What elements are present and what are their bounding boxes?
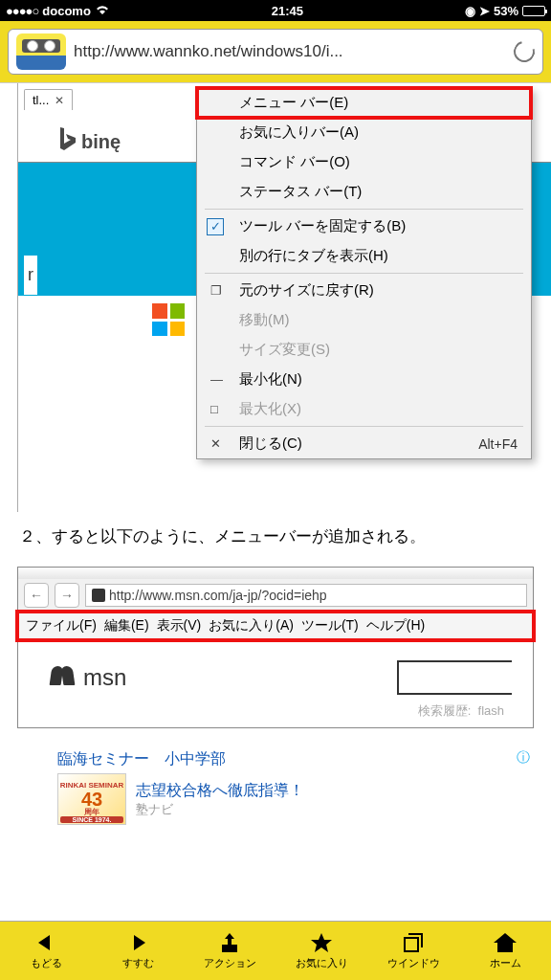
msn-body: msn	[18, 639, 533, 701]
url-bar[interactable]: http://www.wannko.net/windows10/i...	[8, 29, 543, 75]
menu-item-move: 移動(M)	[197, 305, 531, 335]
search-history-hint: 検索履歴: flash	[18, 701, 533, 727]
close-icon: ✕	[210, 436, 221, 451]
toolbar-home[interactable]: ホーム	[459, 922, 551, 980]
wifi-icon	[95, 4, 110, 18]
menu-separator	[205, 273, 523, 274]
tab-label: tl...	[33, 93, 49, 107]
menu-item-cmdbar[interactable]: コマンド バー(O)	[197, 147, 531, 177]
check-icon: ✓	[207, 218, 224, 235]
toolbar-favorites[interactable]: お気に入り	[276, 922, 367, 980]
ad-info-icon[interactable]: ⓘ	[517, 749, 530, 767]
signal-dots: ●●●●○	[6, 4, 38, 18]
carrier-label: docomo	[42, 4, 91, 18]
screenshot-context-menu: tl... ✕ binę r メニュー バー(E) お気に入りバー(A) コマン…	[17, 83, 551, 512]
menu-item-tabsrow[interactable]: 別の行にタブを表示(H)	[197, 241, 531, 271]
back-arrow-icon	[33, 931, 59, 954]
menu-edit[interactable]: 編集(E)	[104, 617, 149, 635]
toolbar-back[interactable]: もどる	[0, 922, 92, 980]
msn-search-input[interactable]	[397, 660, 512, 695]
menu-item-maximize: □ 最大化(X)	[197, 394, 531, 424]
nav-forward-button[interactable]: →	[55, 583, 79, 608]
location-icon: ➤	[479, 4, 490, 18]
ie-url-text: http://www.msn.com/ja-jp/?ocid=iehp	[109, 588, 327, 603]
menu-item-close[interactable]: ✕ 閉じる(C) Alt+F4	[197, 429, 531, 458]
menu-favorites[interactable]: お気に入り(A)	[209, 617, 294, 635]
home-icon	[492, 931, 518, 954]
app-mascot-icon	[16, 33, 66, 70]
menu-item-restore[interactable]: ❐ 元のサイズに戻す(R)	[197, 276, 531, 305]
restore-icon: ❐	[210, 283, 222, 298]
ie-context-menu: メニュー バー(E) お気に入りバー(A) コマンド バー(O) ステータス バ…	[196, 87, 532, 459]
ad-title: 臨海セミナー 小中学部 ⓘ	[57, 749, 530, 769]
ad-subtitle: 志望校合格へ徹底指導！	[136, 781, 304, 801]
msn-butterfly-icon	[51, 666, 74, 689]
menu-separator	[205, 209, 523, 210]
windows-icon	[400, 931, 427, 954]
bing-label: binę	[81, 131, 121, 153]
ios-status-bar: ●●●●○ docomo 21:45 ◉ ➤ 53%	[0, 0, 551, 21]
maximize-icon: □	[210, 402, 218, 416]
ad-thumbnail: RINKAI SEMINAR 43 周年 SINCE 1974.	[57, 773, 126, 825]
ie-titlebar	[18, 568, 533, 579]
menu-tools[interactable]: ツール(T)	[301, 617, 359, 635]
ad-block[interactable]: 臨海セミナー 小中学部 ⓘ RINKAI SEMINAR 43 周年 SINCE…	[57, 749, 530, 825]
menu-item-locktoolbar[interactable]: ✓ ツール バーを固定する(B)	[197, 212, 531, 241]
ie-url-bar[interactable]: http://www.msn.com/ja-jp/?ocid=iehp	[85, 584, 527, 607]
share-icon	[216, 931, 243, 954]
menu-item-minimize[interactable]: — 最小化(N)	[197, 365, 531, 394]
clock: 21:45	[110, 4, 465, 18]
msn-label: msn	[83, 664, 126, 691]
microsoft-squares-icon	[152, 303, 185, 336]
screenshot-menubar-result: ← → http://www.msn.com/ja-jp/?ocid=iehp …	[17, 567, 534, 728]
step-caption: ２、すると以下のように、メニューバーが追加される。	[0, 512, 551, 561]
minimize-icon: —	[210, 372, 223, 387]
forward-arrow-icon	[124, 931, 151, 954]
bottom-toolbar: もどる すすむ アクション お気に入り ウインドウ ホーム	[0, 921, 551, 980]
menu-item-favbar[interactable]: お気に入りバー(A)	[197, 118, 531, 147]
site-favicon	[92, 589, 105, 602]
battery-icon	[522, 6, 545, 16]
toolbar-window[interactable]: ウインドウ	[367, 922, 459, 980]
menu-item-resize: サイズ変更(S)	[197, 335, 531, 365]
lock-icon: ◉	[465, 4, 475, 18]
star-icon	[308, 931, 335, 954]
menu-help[interactable]: ヘルプ(H)	[366, 617, 425, 635]
reload-icon[interactable]	[510, 37, 539, 66]
browser-chrome: http://www.wannko.net/windows10/i...	[0, 21, 551, 83]
menu-file[interactable]: ファイル(F)	[26, 617, 97, 635]
toolbar-forward[interactable]: すすむ	[92, 922, 184, 980]
menu-item-statusbar[interactable]: ステータス バー(T)	[197, 177, 531, 207]
ie-nav-row: ← → http://www.msn.com/ja-jp/?ocid=iehp	[18, 579, 533, 612]
menu-separator	[205, 426, 523, 427]
tab-close-icon[interactable]: ✕	[55, 94, 64, 107]
shortcut-label: Alt+F4	[455, 436, 518, 452]
menu-item-menubar[interactable]: メニュー バー(E)	[197, 88, 531, 118]
ad-source: 塾ナビ	[136, 801, 304, 818]
letter-r: r	[24, 256, 37, 295]
menu-view[interactable]: 表示(V)	[157, 617, 202, 635]
toolbar-action[interactable]: アクション	[184, 922, 276, 980]
page-content: tl... ✕ binę r メニュー バー(E) お気に入りバー(A) コマン…	[0, 83, 551, 921]
browser-tab[interactable]: tl... ✕	[24, 89, 73, 110]
ie-menubar: ファイル(F) 編集(E) 表示(V) お気に入り(A) ツール(T) ヘルプ(…	[18, 612, 533, 639]
nav-back-button[interactable]: ←	[24, 583, 49, 608]
url-text: http://www.wannko.net/windows10/i...	[74, 42, 506, 61]
bing-icon	[56, 127, 76, 156]
battery-pct: 53%	[494, 4, 518, 18]
